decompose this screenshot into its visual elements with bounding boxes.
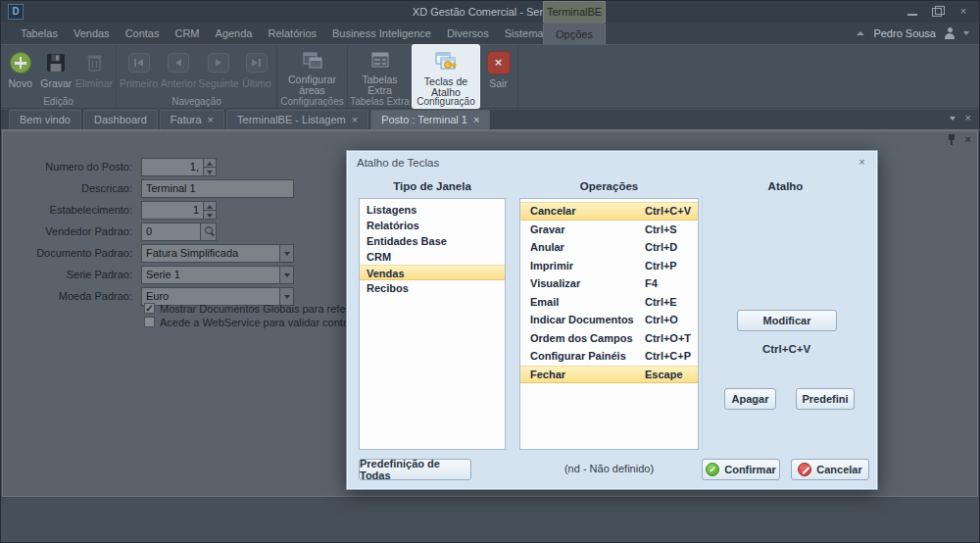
chevron-up-icon[interactable] — [857, 30, 865, 36]
estabelecimento-label: Estabelecimento: — [3, 201, 132, 220]
numero-posto-spinner — [203, 159, 216, 175]
menu-tab-diversos[interactable]: Diversos — [439, 23, 497, 44]
vendedor-padrao-value: 0 — [142, 223, 200, 240]
dropdown-arrow-icon[interactable] — [279, 267, 293, 283]
user-name[interactable]: Pedro Sousa — [873, 27, 936, 39]
configurar-areas-button[interactable]: Configurar áreas — [280, 48, 344, 94]
doc-tab-terminalbe-listagem[interactable]: TerminalBE - Listagem × — [226, 110, 368, 129]
numero-posto-input[interactable]: 1, — [141, 158, 217, 176]
dialog-close-icon[interactable]: × — [855, 156, 869, 170]
menu-tab-tabelas[interactable]: Tabelas — [13, 23, 66, 44]
list-item-listagens[interactable]: Listagens — [360, 202, 505, 218]
doc-tab-dashboard[interactable]: Dashboard — [83, 110, 158, 129]
menu-tab-relatorios[interactable]: Relatórios — [260, 23, 324, 44]
close-button[interactable]: × — [956, 6, 971, 18]
operation-row-cancelar[interactable]: Cancelar Ctrl+C+V — [520, 202, 698, 221]
menu-tab-agenda[interactable]: Agenda — [208, 23, 261, 44]
list-item-crm[interactable]: CRM — [360, 249, 505, 265]
cancelar-button[interactable]: Cancelar — [791, 459, 869, 480]
gravar-button[interactable]: Gravar — [39, 48, 74, 94]
dropdown-arrow-icon[interactable] — [279, 245, 293, 262]
menu-tab-contas[interactable]: Contas — [118, 23, 168, 44]
predefinicao-de-todas-button[interactable]: Predefinição de Todas — [359, 459, 471, 480]
operation-row-visualizar[interactable]: Visualizar F4 — [520, 274, 698, 293]
descricao-input[interactable]: Terminal 1 — [141, 179, 294, 198]
operation-name: Fechar — [530, 369, 645, 380]
spinner-up-button[interactable] — [204, 159, 216, 167]
table-window-icon — [368, 50, 392, 72]
operation-row-indicar-documentos[interactable]: Indicar Documentos Ctrl+O — [520, 311, 698, 329]
group-label-tabelas-extra: Tabelas Extra — [348, 96, 412, 107]
spinner-down-button[interactable] — [204, 167, 216, 175]
doc-tab-label: Dashboard — [94, 111, 147, 129]
last-record-icon — [246, 53, 268, 73]
operation-row-anular[interactable]: Anular Ctrl+D — [520, 238, 698, 257]
spinner-down-button[interactable] — [204, 210, 216, 219]
tabelas-extra-button[interactable]: Tabelas Extra — [352, 48, 409, 94]
list-item-recibos[interactable]: Recibos — [360, 280, 505, 296]
tab-close-icon[interactable]: × — [473, 115, 479, 125]
doc-tab-bem-vindo[interactable]: Bem vindo — [9, 110, 81, 129]
doc-tab-posto-terminal-1[interactable]: Posto : Terminal 1 × — [370, 110, 490, 129]
operation-row-ordem-dos-campos[interactable]: Ordem dos Campos Ctrl+O+T — [520, 329, 698, 348]
doc-tab-fatura[interactable]: Fatura × — [160, 110, 224, 129]
list-item-vendas-selected[interactable]: Vendas — [360, 265, 505, 280]
menu-tab-crm[interactable]: CRM — [167, 23, 207, 44]
teclas-de-atalho-label: Teclas de Atalho — [416, 76, 476, 98]
confirmar-button[interactable]: ✓ Confirmar — [702, 459, 780, 480]
teclas-de-atalho-button[interactable]: Teclas de Atalho — [416, 48, 476, 94]
operation-row-email[interactable]: Email Ctrl+E — [520, 293, 698, 312]
contextual-tab-terminalbe[interactable]: TerminalBE — [543, 1, 606, 23]
list-item-relatorios[interactable]: Relatórios — [360, 218, 505, 233]
doc-tab-label: Bem vindo — [20, 111, 71, 129]
predefini-label: Predefini — [802, 393, 848, 405]
dialog-title: Atalho de Teclas — [347, 151, 877, 174]
nd-nao-definido-note: (nd - Não definido) — [519, 463, 699, 474]
pin-icon[interactable] — [948, 133, 956, 145]
menu-tab-vendas[interactable]: Vendas — [66, 23, 118, 44]
next-record-icon — [208, 53, 229, 73]
minimize-button[interactable] — [905, 6, 920, 18]
checkbox-row-mostrar-globais: ✓ Mostrar Documentos Globais para refere… — [144, 302, 374, 315]
list-item-entidades-base[interactable]: Entidades Base — [360, 233, 505, 249]
operation-row-gravar[interactable]: Gravar Ctrl+S — [520, 221, 698, 239]
search-icon[interactable] — [200, 223, 216, 240]
restore-button[interactable] — [930, 6, 946, 18]
menu-tab-business-inteligence[interactable]: Business Inteligence — [324, 23, 439, 44]
estabelecimento-input[interactable]: 1 — [141, 201, 217, 220]
apagar-button[interactable]: Apagar — [724, 388, 776, 410]
descricao-value: Terminal 1 — [142, 180, 293, 197]
operation-row-fechar[interactable]: Fechar Escape — [520, 366, 698, 384]
operation-row-imprimir[interactable]: Imprimir Ctrl+P — [520, 257, 698, 275]
group-label-configuracoes: Configurações — [277, 96, 347, 107]
novo-button[interactable]: Novo — [4, 48, 37, 94]
operation-name: Indicar Documentos — [530, 314, 645, 325]
tab-close-icon[interactable]: × — [208, 115, 214, 125]
vendedor-padrao-input[interactable]: 0 — [141, 222, 217, 241]
app-window: D XD Gestão Comercial - Serviços Termina… — [0, 0, 980, 543]
documento-padrao-dropdown[interactable]: Fatura Simplificada — [141, 244, 294, 263]
ribbon-group-edicao: Novo Gravar — [1, 45, 117, 108]
estabelecimento-spinner — [203, 202, 216, 219]
tabstrip-close-icon[interactable]: × — [965, 113, 971, 123]
operation-row-configurar-paineis[interactable]: Configurar Painéis Ctrl+C+P — [520, 347, 698, 366]
save-floppy-icon — [45, 52, 67, 74]
user-menu-caret-icon[interactable] — [963, 31, 969, 35]
operation-shortcut: Ctrl+C+P — [645, 350, 698, 362]
menu-tab-opcoes-active[interactable]: Opções — [543, 23, 606, 45]
panel-close-icon[interactable]: × — [965, 134, 971, 145]
tab-close-icon[interactable]: × — [352, 115, 358, 125]
serie-padrao-dropdown[interactable]: Serie 1 — [141, 266, 294, 284]
modificar-button[interactable]: Modificar — [737, 310, 837, 331]
spinner-up-button[interactable] — [204, 202, 216, 210]
tab-list-dropdown-icon[interactable] — [950, 117, 956, 121]
checkbox-unchecked[interactable] — [144, 317, 155, 327]
predefini-button[interactable]: Predefini — [796, 388, 855, 410]
seguinte-label: Seguinte — [198, 78, 238, 89]
documento-padrao-label: Documento Padrao: — [3, 244, 132, 263]
sair-button[interactable]: × Sair — [483, 48, 514, 94]
checkbox-checked[interactable]: ✓ — [144, 303, 155, 314]
user-avatar-icon[interactable] — [944, 27, 956, 39]
modificar-label: Modificar — [763, 315, 811, 326]
serie-padrao-value: Serie 1 — [142, 267, 279, 283]
